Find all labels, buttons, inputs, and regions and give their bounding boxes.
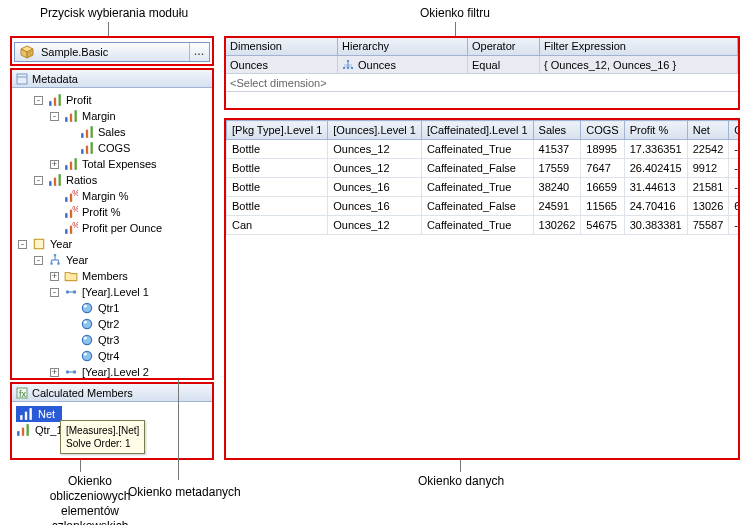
expand-toggle[interactable]: - [34,256,43,265]
tree-node[interactable]: -Margin [14,108,210,124]
svg-rect-29 [65,229,67,234]
svg-rect-11 [81,133,83,138]
tree-node[interactable]: -Profit [14,92,210,108]
dim-icon [32,238,46,250]
pct-icon: % [64,222,78,234]
table-cell: 16659 [581,178,624,197]
table-cell: Caffeinated_False [421,159,533,178]
table-cell: 18995 [581,140,624,159]
table-cell: Bottle [227,178,328,197]
filter-cell-dimension[interactable]: Ounces [226,56,338,73]
module-selector: Sample.Basic ... [14,42,210,62]
table-row[interactable]: BottleOunces_16Caffeinated_True382401665… [227,178,741,197]
table-cell: 22542 [687,140,729,159]
filter-cell-hierarchy[interactable]: Ounces [338,56,468,73]
table-row[interactable]: BottleOunces_12Caffeinated_True415371899… [227,140,741,159]
column-header[interactable]: Net [687,121,729,140]
tree-node[interactable]: %Profit per Ounce [14,220,210,236]
cube-icon [19,44,35,60]
filter-col-expression[interactable]: Filter Expression [540,38,738,55]
svg-point-50 [84,353,87,356]
filter-cell-operator[interactable]: Equal [468,56,540,73]
mbr-icon [80,302,94,314]
data-pane: [Pkg Type].Level 1[Ounces].Level 1[Caffe… [224,118,740,460]
tree-node[interactable]: Qtr1 [14,300,210,316]
tree-node[interactable]: +[Year].Level 2 [14,364,210,378]
tree-node[interactable]: Qtr2 [14,316,210,332]
svg-rect-34 [50,262,52,264]
tree-node-label: Members [82,270,128,282]
annotation-filter-pane: Okienko filtru [420,6,490,21]
module-selector-button[interactable]: ... [189,43,209,61]
column-header[interactable]: COGS [581,121,624,140]
svg-rect-63 [22,428,24,436]
table-cell: Can [227,216,328,235]
column-header[interactable]: Sales [533,121,581,140]
filter-row[interactable]: Ounces Ounces Equal { Ounces_12, Ounces_… [226,56,738,74]
leader-line [80,460,81,472]
table-cell: Caffeinated_True [421,216,533,235]
filter-pane: Dimension Hierarchy Operator Filter Expr… [224,36,740,110]
svg-point-45 [82,319,91,328]
table-cell: 38240 [533,178,581,197]
filter-select-dimension[interactable]: <Select dimension> [226,74,738,91]
tree-node[interactable]: %Margin % [14,188,210,204]
annotation-module-selector: Przycisk wybierania modułu [40,6,188,21]
tree-node-label: Margin [82,110,116,122]
table-cell: 54675 [581,216,624,235]
tooltip: [Measures].[Net] Solve Order: 1 [60,420,145,454]
expand-toggle[interactable]: + [50,160,59,169]
tree-node[interactable]: +Total Expenses [14,156,210,172]
filter-col-dimension[interactable]: Dimension [226,38,338,55]
expand-toggle[interactable]: + [50,368,59,377]
calc-item-icon [19,408,33,420]
tree-node[interactable]: +Members [14,268,210,284]
tree-node[interactable]: %Profit % [14,204,210,220]
tree-node[interactable]: COGS [14,140,210,156]
calc-item-icon [16,424,30,436]
tree-node[interactable]: -Ratios [14,172,210,188]
expand-toggle[interactable]: - [34,176,43,185]
data-grid[interactable]: [Pkg Type].Level 1[Ounces].Level 1[Caffe… [226,120,740,235]
table-cell: Ounces_12 [328,159,422,178]
expand-toggle[interactable]: - [34,96,43,105]
annotation-metadata-pane: Okienko metadanych [128,485,241,500]
filter-col-operator[interactable]: Operator [468,38,540,55]
expand-toggle[interactable]: + [50,272,59,281]
table-row[interactable]: BottleOunces_12Caffeinated_False17559764… [227,159,741,178]
tree-node[interactable]: -Year [14,252,210,268]
table-cell: Caffeinated_True [421,140,533,159]
column-header[interactable]: Profit % [624,121,687,140]
table-cell: Ounces_16 [328,197,422,216]
tree-node-label: Total Expenses [82,158,157,170]
filter-cell-expression[interactable]: { Ounces_12, Ounces_16 } [540,56,738,73]
expand-toggle[interactable]: - [18,240,27,249]
tree-node[interactable]: Qtr4 [14,348,210,364]
expand-toggle[interactable]: - [50,112,59,121]
expand-toggle [66,320,75,329]
table-cell: 130262 [533,216,581,235]
tree-node[interactable]: -[Year].Level 1 [14,284,210,300]
column-header[interactable]: [Caffeinated].Level 1 [421,121,533,140]
calc-item-net[interactable]: Net [16,406,62,422]
svg-rect-9 [70,114,72,122]
leader-line [460,460,461,472]
column-header[interactable]: Qtr_1_2_Delta [729,121,740,140]
expand-toggle[interactable]: - [50,288,59,297]
tree-node[interactable]: Sales [14,124,210,140]
tree-node[interactable]: -Year [14,236,210,252]
svg-rect-26 [65,213,67,218]
filter-col-hierarchy[interactable]: Hierarchy [338,38,468,55]
table-row[interactable]: BottleOunces_16Caffeinated_False24591115… [227,197,741,216]
table-cell: Caffeinated_False [421,197,533,216]
table-cell: 9912 [687,159,729,178]
metadata-tree[interactable]: -Profit-MarginSalesCOGS+Total Expenses-R… [12,88,212,378]
table-row[interactable]: CanOunces_12Caffeinated_True130262546753… [227,216,741,235]
tree-node-label: Profit % [82,206,121,218]
tree-node[interactable]: Qtr3 [14,332,210,348]
table-cell: 21581 [687,178,729,197]
column-header[interactable]: [Pkg Type].Level 1 [227,121,328,140]
table-cell: Ounces_16 [328,178,422,197]
column-header[interactable]: [Ounces].Level 1 [328,121,422,140]
filter-row-new[interactable]: <Select dimension> [226,74,738,92]
